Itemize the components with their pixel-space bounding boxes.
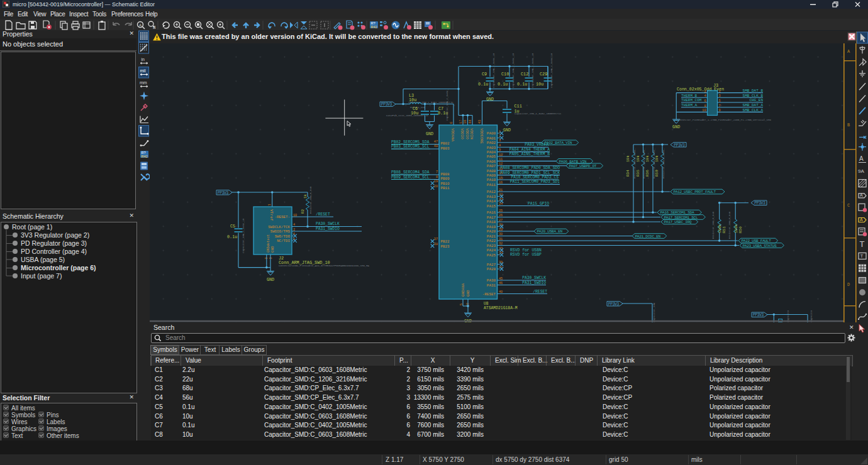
svg-text:0.1u: 0.1u <box>517 82 527 87</box>
svg-text:SMB_CLK_A: SMB_CLK_A <box>743 108 764 112</box>
svg-text:PA07: PA07 <box>487 164 496 168</box>
svg-text:PA21_DCDC_EN: PA21_DCDC_EN <box>635 234 661 239</box>
svg-text:44: 44 <box>468 119 472 124</box>
svg-text:7: 7 <box>436 170 438 174</box>
svg-text:19: 19 <box>434 180 438 183</box>
svg-text:PA14: PA14 <box>487 199 496 204</box>
svg-text:PA03: PA03 <box>487 146 496 150</box>
svg-text:PA21: PA21 <box>487 234 496 239</box>
svg-text:ConnectorUSBC_FlexCable_ACC_07: ConnectorUSBC_FlexCable_ACC_07THR34UTF08… <box>279 265 370 267</box>
svg-text:9A: 9A <box>858 168 864 174</box>
svg-text:U8: U8 <box>484 302 489 306</box>
svg-text:PB02_SERCOM5_SDA: PB02_SERCOM5_SDA <box>391 140 430 145</box>
svg-text:PB09: PB09 <box>441 177 450 181</box>
svg-text:PB22: PB22 <box>441 239 450 244</box>
svg-text:R42: R42 <box>371 25 377 29</box>
svg-text:VDDCORE: VDDCORE <box>479 128 484 144</box>
svg-text:PA30_SWCLK: PA30_SWCLK <box>522 276 546 280</box>
svg-text:PA12_USBC_PROT_FAULT: PA12_USBC_PROT_FAULT <box>674 190 716 194</box>
svg-text:Connector_PinHeader_1.27mm_Pin: Connector_PinHeader_1.27mm_PinHeader_2x0… <box>677 119 771 121</box>
svg-text:R59: R59 <box>655 170 659 177</box>
svg-text:17: 17 <box>459 119 463 124</box>
svg-text:10k: 10k <box>636 155 640 162</box>
svg-text:Resistor_SMD_R_0402_: Resistor_SMD_R_0402_ <box>662 148 665 178</box>
svg-text:SWO/TDO: SWO/TDO <box>275 234 291 239</box>
svg-text:PA08: PA08 <box>487 169 496 173</box>
svg-text:PA04_AIN4_THERM_A: PA04_AIN4_THERM_A <box>509 148 550 152</box>
svg-text:Capacitor_SMD_C_0402_1005Metri: Capacitor_SMD_C_0402_1005Metric <box>515 112 562 115</box>
svg-text:T: T <box>860 239 865 249</box>
svg-text:PA01: PA01 <box>487 136 496 141</box>
svg-text:PA23_USBA_STATUS: PA23_USBA_STATUS <box>743 244 777 248</box>
svg-text:6: 6 <box>449 122 453 124</box>
svg-text:1: 1 <box>268 204 272 205</box>
svg-text:10k: 10k <box>626 155 630 162</box>
svg-text:Resistor_SMD_R_040: Resistor_SMD_R_040 <box>309 186 312 214</box>
svg-text:A: A <box>139 23 142 27</box>
svg-text:PP3V3: PP3V3 <box>754 201 765 205</box>
svg-text:PA12: PA12 <box>487 190 496 194</box>
svg-text:PA03_VREFA: PA03_VREFA <box>525 143 548 147</box>
svg-text:PB03: PB03 <box>441 146 450 151</box>
svg-text:PB03_SERCOM5_SCL: PB03_SERCOM5_SCL <box>391 145 430 149</box>
svg-text:PA19: PA19 <box>487 225 496 229</box>
svg-text:20: 20 <box>434 185 438 189</box>
svg-text:Capacitor_SMD_C_0402_10: Capacitor_SMD_C_0402_10 <box>242 218 245 253</box>
svg-text:10u: 10u <box>536 82 543 87</box>
svg-text:100k: 100k <box>718 224 722 233</box>
svg-text:PA10: PA10 <box>487 178 496 182</box>
svg-text:C5: C5 <box>230 224 235 229</box>
svg-text:0.1u: 0.1u <box>227 234 237 239</box>
svg-text:R50: R50 <box>738 226 743 233</box>
svg-text:GND: GND <box>270 246 275 253</box>
svg-text:PP3V3: PP3V3 <box>218 191 229 195</box>
svg-text:PP3V3: PP3V3 <box>608 302 620 307</box>
svg-text:PA11_SERCOM0_PAD3_SDI: PA11_SERCOM0_PAD3_SDI <box>510 180 560 184</box>
svg-text:PA10_SERCOM0_PAD2_CS: PA10_SERCOM0_PAD2_CS <box>511 175 559 180</box>
svg-text:VDDIO: VDDIO <box>465 128 469 140</box>
svg-text:/RESET: /RESET <box>533 290 547 294</box>
svg-text:RSVD for USBP: RSVD for USBP <box>510 253 542 257</box>
svg-text:SWDIO/TMS: SWDIO/TMS <box>270 229 291 234</box>
svg-text:Resistor_SMD_R_040: Resistor_SMD_R_040 <box>712 211 715 239</box>
svg-text:Capacitor_SMD_C_0402_10: Capacitor_SMD_C_0402_10 <box>550 53 553 88</box>
svg-text:R35: R35 <box>636 170 640 177</box>
svg-text:PA05_AIN5_THERM_B: PA05_AIN5_THERM_B <box>509 152 550 156</box>
svg-text:37: 37 <box>434 238 438 241</box>
svg-text:GND: GND <box>503 128 511 133</box>
svg-text:SMB_DAT_B: SMB_DAT_B <box>743 89 764 93</box>
svg-text:PA11: PA11 <box>487 183 496 187</box>
svg-text:-RESET-: -RESET- <box>275 215 290 219</box>
svg-text:PA28: PA28 <box>487 267 496 271</box>
svg-text:mil: mil <box>140 68 146 73</box>
svg-text:mm: mm <box>140 80 147 85</box>
svg-text:PA08_SERCOM0_PAD0_SDA_SDO: PA08_SERCOM0_PAD0_SDA_SDO <box>501 166 560 170</box>
svg-text:R42: R42 <box>142 155 148 158</box>
svg-text:PP3V3: PP3V3 <box>381 102 392 107</box>
svg-text:D: D <box>847 282 850 287</box>
svg-text:PA06: PA06 <box>487 160 496 164</box>
svg-text:PB11: PB11 <box>441 186 450 190</box>
svg-text:PA09_SERCOM0_PAD1_SCL_SCK: PA09_SERCOM0_PAD1_SCL_SCK <box>501 171 560 175</box>
svg-text:GND: GND <box>672 124 680 129</box>
svg-text:R34: R34 <box>626 170 630 177</box>
svg-text:C29: C29 <box>540 72 547 77</box>
svg-text:0.1u: 0.1u <box>498 82 508 87</box>
svg-text:Capacitor_SMD_C_0402_: Capacitor_SMD_C_0402_ <box>446 89 448 121</box>
svg-text:GNDdetect: GNDdetect <box>267 234 270 253</box>
svg-text:PA17_USBC_IRQ: PA17_USBC_IRQ <box>664 220 692 224</box>
svg-text:PB08: PB08 <box>441 172 450 177</box>
svg-text:PP3V3: PP3V3 <box>753 313 764 317</box>
svg-text:8: 8 <box>436 175 438 179</box>
svg-text:PA02: PA02 <box>487 141 496 145</box>
svg-text:CHG_EN: CHG_EN <box>749 98 763 102</box>
svg-text:C9: C9 <box>482 72 487 77</box>
svg-text:36: 36 <box>463 119 467 124</box>
svg-text:PB08_SERCOM4_SDA: PB08_SERCOM4_SDA <box>391 170 430 175</box>
svg-text:PP3V3: PP3V3 <box>674 143 685 148</box>
svg-text:in: in <box>142 57 145 62</box>
svg-text:B: B <box>847 123 850 128</box>
svg-text:43: 43 <box>477 119 482 124</box>
svg-text:R2: R2 <box>301 209 305 214</box>
svg-text:PA31_SWDIO: PA31_SWDIO <box>316 227 340 231</box>
